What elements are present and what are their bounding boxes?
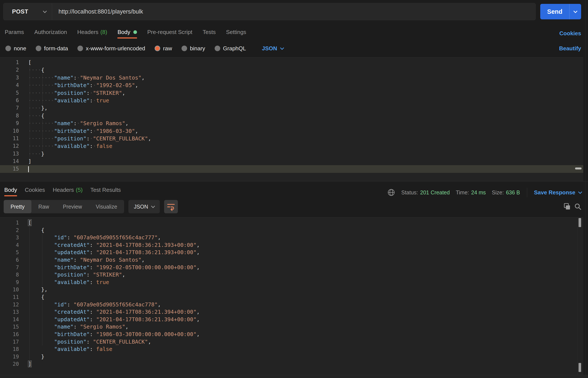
code-line: 19 } — [0, 353, 583, 361]
chevron-down-icon — [43, 9, 47, 13]
network-globe-icon[interactable] — [387, 188, 395, 197]
request-tab-body[interactable]: Body — [117, 29, 137, 39]
line-number: 11 — [0, 135, 19, 142]
code-text: ········"name":·"Neymar Dos Santos", — [28, 74, 145, 81]
code-line: 15 "name": "Sergio Ramos", — [0, 323, 583, 331]
code-line: 13····} — [0, 150, 583, 158]
code-text: ········"birthDate":·"1986-03-30", — [28, 127, 138, 135]
response-language-dropdown[interactable]: JSON — [128, 200, 160, 213]
response-tab-headers[interactable]: Headers(5) — [53, 187, 82, 196]
request-body-editor[interactable]: 1[2····{3········"name":·"Neymar Dos San… — [0, 57, 583, 181]
code-text: "available": false — [28, 346, 112, 353]
indent-guide — [29, 227, 30, 361]
request-tab-tests[interactable]: Tests — [203, 29, 216, 39]
send-options-button[interactable] — [570, 4, 581, 19]
request-tab-settings[interactable]: Settings — [226, 29, 246, 39]
code-text: ········"birthDate":·"1992-02-05", — [28, 81, 138, 89]
request-tab-pre-request-script[interactable]: Pre-request Script — [147, 29, 192, 39]
code-line: 3 "id": "607a9e05d9055f656c4ac777", — [0, 234, 583, 242]
body-type-form-data[interactable]: form-data — [36, 45, 68, 52]
line-number: 15 — [0, 165, 19, 173]
body-type-raw[interactable]: raw — [155, 45, 172, 52]
method-selector[interactable]: POST — [3, 3, 52, 20]
code-text: "id": "607a9e05d9055f656c4ac777", — [28, 234, 161, 242]
response-tab-body[interactable]: Body — [4, 187, 17, 196]
view-tab-raw[interactable]: Raw — [31, 200, 56, 213]
body-type-binary[interactable]: binary — [181, 45, 205, 52]
tab-label: Tests — [203, 29, 216, 36]
body-type-x-www-form-urlencoded[interactable]: x-www-form-urlencoded — [77, 45, 145, 52]
response-body-viewer[interactable]: 1[2 {3 "id": "607a9e05d9055f656c4ac777",… — [0, 217, 583, 375]
size-value: 636 B — [506, 189, 520, 196]
line-number: 17 — [0, 338, 19, 346]
tab-label: Cookies — [25, 187, 45, 193]
code-text: ] — [28, 158, 31, 165]
save-response-button[interactable]: Save Response — [534, 189, 582, 196]
request-editor-scrollbar-thumb[interactable] — [575, 167, 582, 169]
code-line: 4········"birthDate":·"1992-02-05", — [0, 81, 583, 89]
raw-language-dropdown[interactable]: JSON — [262, 45, 284, 52]
view-tab-visualize[interactable]: Visualize — [89, 200, 124, 213]
line-number: 12 — [0, 142, 19, 150]
response-scrollbar-track — [577, 217, 577, 375]
line-number: 3 — [0, 234, 19, 242]
chevron-down-icon — [151, 204, 155, 208]
code-text: "position": "CENTER_FULLBACK", — [28, 338, 151, 346]
response-scrollbar-thumb[interactable] — [578, 218, 581, 227]
view-tab-pretty[interactable]: Pretty — [4, 200, 31, 213]
chevron-down-icon — [280, 46, 284, 50]
line-number: 20 — [0, 360, 19, 368]
code-text: } — [28, 353, 44, 361]
request-url-bar: POST — [3, 3, 536, 20]
code-text: "updatedAt": "2021-04-17T08:36:21.394+00… — [28, 316, 200, 323]
send-button[interactable]: Send — [540, 4, 581, 19]
view-tab-preview[interactable]: Preview — [56, 200, 89, 213]
section-divider — [0, 181, 588, 181]
line-number: 19 — [0, 353, 19, 361]
cookies-link[interactable]: Cookies — [559, 30, 581, 37]
beautify-link[interactable]: Beautify — [559, 45, 581, 52]
radio-icon — [155, 46, 160, 51]
code-line: 9 "available": true — [0, 279, 583, 286]
radio-icon — [77, 46, 83, 51]
body-type-graphql[interactable]: GraphQL — [215, 45, 246, 52]
code-line: 7····}, — [0, 104, 583, 112]
code-text: ····}, — [28, 104, 48, 112]
tab-label: Params — [5, 29, 24, 36]
code-line: 11 { — [0, 294, 583, 301]
search-icon — [574, 202, 582, 211]
word-wrap-button[interactable] — [164, 200, 178, 213]
copy-response-button[interactable] — [563, 202, 571, 211]
line-number: 15 — [0, 323, 19, 331]
code-text: ········"available":·true — [28, 97, 109, 104]
chevron-down-icon — [573, 9, 577, 13]
response-scrollbar-thumb[interactable] — [578, 363, 581, 372]
response-language-label: JSON — [134, 204, 148, 210]
size-badge: Size: 636 B — [492, 189, 520, 196]
code-text — [28, 165, 29, 173]
code-line: 17 "position": "CENTER_FULLBACK", — [0, 338, 583, 346]
response-tab-test-results[interactable]: Test Results — [90, 187, 121, 196]
url-input[interactable] — [52, 3, 535, 20]
response-tab-cookies[interactable]: Cookies — [25, 187, 45, 196]
time-label: Time: — [456, 189, 469, 196]
time-badge: Time: 24 ms — [456, 189, 486, 196]
status-label: Status: — [401, 189, 418, 196]
search-response-button[interactable] — [574, 202, 582, 211]
line-number: 4 — [0, 242, 19, 249]
body-type-none[interactable]: none — [5, 45, 26, 52]
line-number: 13 — [0, 150, 19, 158]
code-text: "name": "Sergio Ramos", — [28, 323, 129, 331]
time-value: 24 ms — [471, 189, 486, 196]
request-tab-authorization[interactable]: Authorization — [34, 29, 67, 39]
tab-label: Settings — [226, 29, 246, 36]
code-text: { — [28, 294, 44, 301]
line-number: 5 — [0, 89, 19, 97]
request-tab-params[interactable]: Params — [5, 29, 24, 39]
code-line: 2 { — [0, 227, 583, 234]
code-line: 4 "createdAt": "2021-04-17T08:36:21.393+… — [0, 242, 583, 249]
request-tab-headers[interactable]: Headers(8) — [77, 29, 107, 39]
line-number: 1 — [0, 59, 19, 66]
tab-label: Pre-request Script — [147, 29, 192, 36]
line-number: 10 — [0, 127, 19, 135]
